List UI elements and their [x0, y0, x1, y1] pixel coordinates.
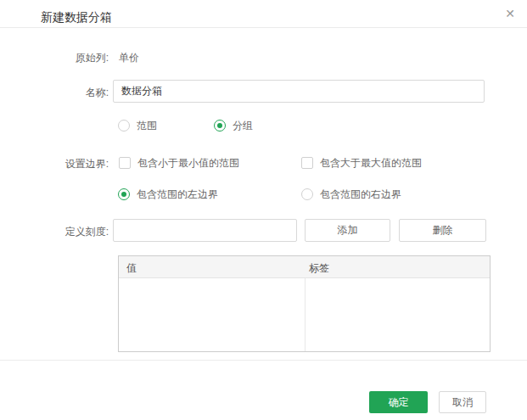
footer-divider [0, 360, 527, 361]
radio-include-left-edge[interactable]: 包含范围的左边界 [118, 188, 218, 201]
column-header-label: 标签 [309, 261, 329, 276]
checkbox-include-below-min[interactable]: 包含小于最小值的范围 [119, 156, 239, 170]
checkbox-unchecked-icon[interactable] [301, 157, 313, 169]
radio-option-group[interactable]: 分组 [214, 119, 253, 132]
boundary-label: 设置边界: [24, 157, 109, 171]
bins-table-body[interactable] [119, 278, 490, 351]
column-header-value: 值 [126, 261, 137, 276]
radio-right-edge-label: 包含范围的右边界 [320, 188, 401, 202]
radio-include-right-edge[interactable]: 包含范围的右边界 [301, 188, 401, 201]
radio-unselected-icon[interactable] [118, 120, 130, 132]
radio-unselected-icon[interactable] [301, 188, 313, 200]
scale-input[interactable] [113, 219, 297, 242]
cancel-button[interactable]: 取消 [439, 391, 486, 413]
radio-option-range[interactable]: 范围 [118, 119, 157, 132]
scale-label: 定义刻度: [24, 225, 109, 239]
delete-button[interactable]: 删除 [399, 219, 486, 242]
source-column-label: 原始列: [24, 51, 109, 65]
add-button[interactable]: 添加 [305, 219, 390, 242]
radio-range-label: 范围 [137, 119, 157, 133]
source-column-value: 单价 [119, 51, 139, 65]
radio-selected-icon[interactable] [118, 188, 130, 200]
bins-table: 值 标签 [118, 255, 491, 352]
checkbox-unchecked-icon[interactable] [119, 157, 131, 169]
close-icon[interactable]: ✕ [502, 5, 519, 22]
name-label: 名称: [24, 86, 109, 100]
new-binning-dialog: 新建数据分箱 ✕ 原始列: 单价 名称: 范围 分组 设置边界: 包含小于最小值… [0, 0, 527, 420]
radio-group-label: 分组 [233, 119, 253, 133]
bins-table-header: 值 标签 [119, 256, 490, 278]
checkbox-above-max-label: 包含大于最大值的范围 [320, 156, 422, 171]
checkbox-below-min-label: 包含小于最小值的范围 [137, 156, 239, 171]
radio-selected-icon[interactable] [214, 120, 226, 132]
name-input[interactable] [113, 80, 485, 103]
radio-left-edge-label: 包含范围的左边界 [137, 188, 218, 202]
title-divider [0, 27, 527, 28]
ok-button[interactable]: 确定 [369, 391, 428, 413]
dialog-title: 新建数据分箱 [41, 10, 112, 25]
checkbox-include-above-max[interactable]: 包含大于最大值的范围 [301, 156, 422, 170]
